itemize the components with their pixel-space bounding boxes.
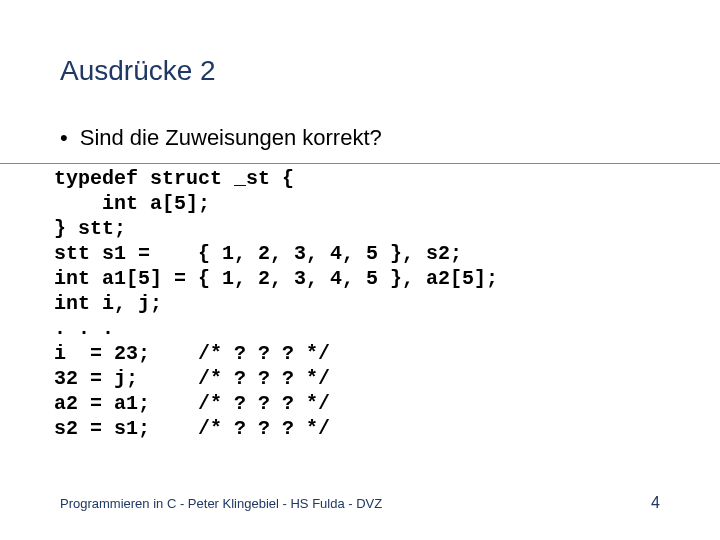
- footer-text: Programmieren in C - Peter Klingebiel - …: [60, 496, 382, 511]
- bullet-marker: •: [60, 127, 68, 149]
- footer: Programmieren in C - Peter Klingebiel - …: [60, 494, 660, 512]
- slide-title: Ausdrücke 2: [60, 55, 660, 87]
- divider-line: [0, 163, 720, 164]
- slide-content: Ausdrücke 2 • Sind die Zuweisungen korre…: [0, 0, 720, 540]
- bullet-item: • Sind die Zuweisungen korrekt?: [60, 125, 660, 151]
- question-text: Sind die Zuweisungen korrekt?: [80, 125, 382, 151]
- code-block: typedef struct _st { int a[5]; } stt; st…: [54, 166, 660, 441]
- page-number: 4: [651, 494, 660, 512]
